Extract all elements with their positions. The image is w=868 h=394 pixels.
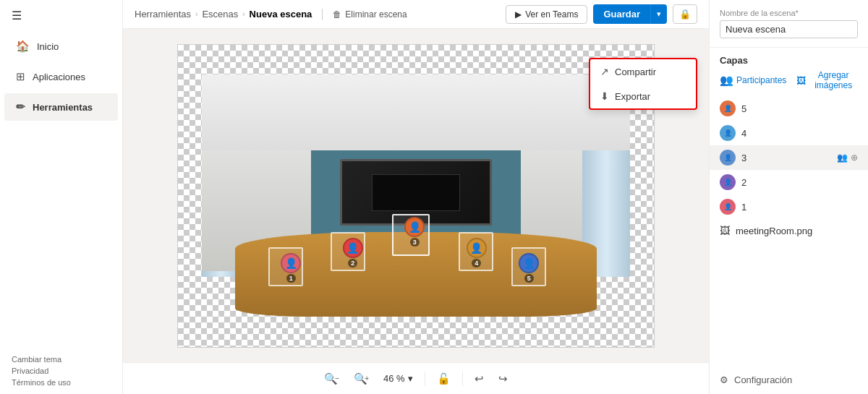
- image-layer-name: meetingRoom.png: [736, 226, 858, 236]
- right-panel: Nombre de la escena* Capas 👥 Participant…: [709, 0, 868, 394]
- lock-canvas-button[interactable]: 🔓: [431, 368, 456, 390]
- canvas-toolbar: 🔍 − 🔍 + 46 % ▾ 🔓 ↩ ↪: [123, 362, 709, 394]
- guardar-button[interactable]: Guardar: [593, 4, 650, 24]
- layer-item-4[interactable]: 👤 4: [710, 121, 868, 145]
- layers-actions-row: 👥 Participantes 🖼 Agregar imágenes: [710, 70, 868, 96]
- layer-1-label: 1: [741, 202, 858, 213]
- sidebar-item-herramientas-label: Herramientas: [33, 102, 93, 113]
- zoom-out-button[interactable]: 🔍 −: [318, 368, 345, 390]
- group-icon: 👥: [837, 153, 848, 163]
- image-layer-icon: 🖼: [720, 225, 730, 236]
- layer-item-2[interactable]: 👤 2: [710, 170, 868, 194]
- chevron-down-icon: ▾: [657, 9, 661, 18]
- avatar-5[interactable]: 👤 5: [516, 253, 542, 283]
- main-content: Herramientas › Escenas › Nueva escena 🗑 …: [123, 0, 709, 394]
- scene-canvas[interactable]: 👤 1 👤 2 👤 3: [177, 44, 655, 348]
- compartir-label: Compartir: [615, 67, 656, 77]
- sidebar-item-aplicaciones-label: Aplicaciones: [33, 72, 85, 82]
- delete-scene-label: Eliminar escena: [345, 9, 407, 20]
- layer-item-3[interactable]: 👤 3 👥 ⊕: [710, 145, 868, 170]
- layers-header: Capas: [710, 48, 868, 70]
- add-images-button[interactable]: 🖼 Agregar imágenes: [796, 70, 858, 90]
- avatar-5-label: 5: [524, 274, 534, 283]
- privacy-link[interactable]: Privacidad: [12, 367, 111, 375]
- toolbar-divider-1: [425, 372, 425, 386]
- sidebar-item-aplicaciones[interactable]: ⊞ Aplicaciones: [4, 63, 118, 90]
- lock-canvas-icon: 🔓: [437, 372, 451, 385]
- participants-icon: 👥: [720, 74, 733, 87]
- configuration-section[interactable]: ⚙ Configuración: [710, 366, 868, 394]
- scene-name-label: Nombre de la escena*: [720, 9, 858, 17]
- layer-item-5[interactable]: 👤 5: [710, 96, 868, 121]
- avatar-4-label: 4: [472, 259, 481, 267]
- export-icon: ⬇: [600, 90, 609, 102]
- breadcrumb-herramientas[interactable]: Herramientas: [135, 9, 191, 20]
- plus-icon: +: [365, 374, 369, 382]
- terms-link[interactable]: Términos de uso: [12, 378, 111, 387]
- guardar-label: Guardar: [603, 9, 640, 20]
- lock-icon: 🔒: [679, 9, 691, 20]
- lock-button[interactable]: 🔒: [673, 4, 697, 24]
- panel-spacer: [710, 241, 868, 366]
- scene-name-input[interactable]: [720, 20, 858, 38]
- layer-4-label: 4: [741, 128, 858, 139]
- layer-5-label: 5: [741, 103, 858, 114]
- avatar-2[interactable]: 👤 2: [340, 238, 366, 268]
- guardar-dropdown-menu: ↗ Compartir ⬇ Exportar: [589, 58, 697, 110]
- redo-button[interactable]: ↪: [493, 368, 514, 390]
- add-images-label: Agregar imágenes: [809, 70, 858, 90]
- edit-icon: ⊕: [851, 153, 858, 163]
- layer-item-1[interactable]: 👤 1: [710, 194, 868, 219]
- change-theme-link[interactable]: Cambiar tema: [12, 355, 111, 364]
- scene-name-section: Nombre de la escena*: [710, 0, 868, 48]
- layer-3-label: 3: [741, 153, 831, 163]
- hamburger-icon: ☰: [12, 9, 22, 22]
- sidebar-item-herramientas[interactable]: ✏ Herramientas: [4, 93, 118, 121]
- layer-5-avatar: 👤: [720, 100, 736, 116]
- zoom-value: 46 %: [383, 373, 405, 384]
- guardar-dropdown-button[interactable]: ▾: [650, 4, 667, 24]
- delete-scene-button[interactable]: 🗑 Eliminar escena: [333, 9, 407, 20]
- sidebar-bottom-links: Cambiar tema Privacidad Términos de uso: [0, 348, 122, 394]
- avatar-1-label: 1: [286, 274, 296, 283]
- avatar-1[interactable]: 👤 1: [278, 253, 304, 283]
- ver-en-teams-button[interactable]: ▶ Ver en Teams: [506, 5, 587, 24]
- config-gear-icon: ⚙: [720, 374, 728, 385]
- exportar-menu-item[interactable]: ⬇ Exportar: [590, 84, 696, 108]
- avatar-3-label: 3: [410, 238, 420, 247]
- participants-label: Participantes: [736, 75, 786, 85]
- breadcrumb-escenas[interactable]: Escenas: [202, 9, 238, 20]
- zoom-in-button[interactable]: 🔍 +: [348, 368, 375, 390]
- canvas-area: ↗ Compartir ⬇ Exportar: [123, 29, 709, 394]
- undo-button[interactable]: ↩: [469, 368, 490, 390]
- minus-icon: −: [335, 374, 339, 382]
- layer-item-image[interactable]: 🖼 meetingRoom.png: [710, 220, 868, 241]
- topbar: Herramientas › Escenas › Nueva escena 🗑 …: [123, 0, 709, 29]
- divider: [322, 9, 323, 20]
- layer-4-avatar: 👤: [720, 125, 736, 141]
- sidebar-item-inicio-label: Inicio: [37, 41, 59, 52]
- topbar-left: Herramientas › Escenas › Nueva escena 🗑 …: [135, 9, 407, 20]
- layer-2-avatar: 👤: [720, 174, 736, 190]
- apps-icon: ⊞: [16, 70, 25, 83]
- layers-title: Capas: [720, 55, 748, 66]
- exportar-label: Exportar: [615, 91, 650, 102]
- compartir-menu-item[interactable]: ↗ Compartir: [590, 59, 696, 84]
- breadcrumb-current: Nueva escena: [250, 9, 312, 20]
- play-icon: ▶: [515, 9, 522, 20]
- add-image-icon: 🖼: [796, 75, 806, 86]
- avatar-4[interactable]: 👤 4: [464, 238, 490, 268]
- sidebar-item-inicio[interactable]: 🏠 Inicio: [4, 33, 118, 60]
- share-icon: ↗: [600, 66, 609, 77]
- config-label: Configuración: [734, 374, 792, 385]
- guardar-group: Guardar ▾: [593, 4, 667, 24]
- avatar-3[interactable]: 👤 3: [401, 217, 427, 247]
- trash-icon: 🗑: [333, 9, 341, 20]
- avatar-2-label: 2: [348, 259, 357, 267]
- zoom-selector[interactable]: 46 % ▾: [378, 370, 419, 387]
- toolbar-divider-2: [462, 372, 463, 386]
- layer-1-avatar: 👤: [720, 199, 736, 215]
- zoom-chevron: ▾: [408, 373, 413, 384]
- hamburger-button[interactable]: ☰: [0, 0, 122, 31]
- participants-layer-button[interactable]: 👥 Participantes: [720, 74, 786, 87]
